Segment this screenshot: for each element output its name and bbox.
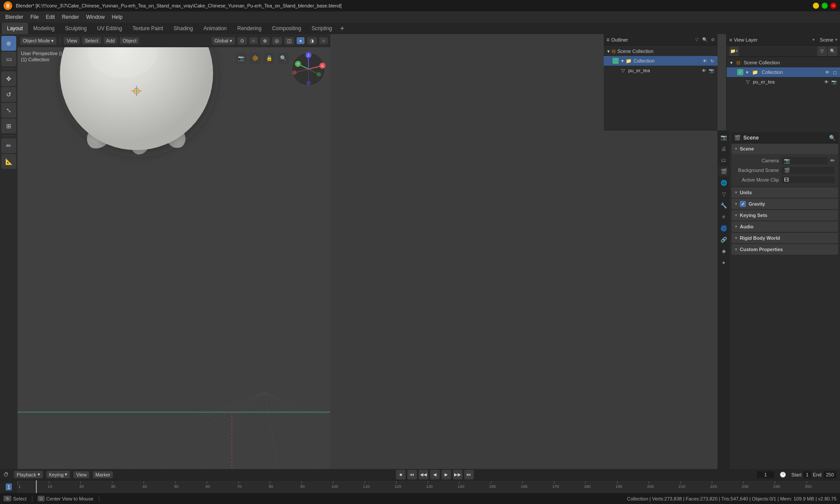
object-visibility-icon[interactable]: 👁	[702, 68, 706, 73]
cursor-tool-button[interactable]: ⊕	[1, 36, 16, 51]
menu-window[interactable]: Window	[83, 13, 108, 21]
world-properties-icon[interactable]: 🌐	[718, 178, 729, 188]
camera-edit-icon[interactable]: ✏	[830, 158, 835, 164]
object-menu-button[interactable]: Object	[120, 37, 139, 44]
collection-item[interactable]: ✓ ▾ 📁 Collection 👁 ◻	[727, 67, 840, 77]
shading-material-button[interactable]: ◑	[307, 37, 317, 45]
physics-properties-icon[interactable]: 🌀	[718, 223, 729, 234]
timeline-track[interactable]: 1 10 20 30 40 50 60 70 80 90	[0, 480, 840, 493]
camera-value[interactable]: 📷	[781, 157, 828, 164]
data-properties-icon[interactable]: ◆	[718, 246, 729, 256]
camera-view-button[interactable]: 📷	[235, 52, 247, 64]
minimize-button[interactable]: ─	[813, 3, 819, 9]
maximize-button[interactable]: □	[822, 3, 828, 9]
outliner-scene-collection[interactable]: ▾ ⊟ Scene Collection	[604, 46, 718, 56]
tab-sculpting[interactable]: Sculpting	[60, 23, 92, 34]
tab-layout[interactable]: Layout	[2, 23, 28, 34]
tab-uv-editing[interactable]: UV Editing	[92, 23, 127, 34]
view-menu-button[interactable]: View	[64, 37, 80, 44]
playhead[interactable]	[36, 480, 37, 493]
tab-modeling[interactable]: Modeling	[28, 23, 60, 34]
obj-eye-icon[interactable]: 👁	[824, 80, 829, 84]
search-view-button[interactable]: 🔍	[277, 52, 289, 64]
outliner-object-item[interactable]: ▽ pu_er_tea 👁 📷	[604, 66, 718, 75]
xray-toggle-button[interactable]: ◫	[284, 37, 294, 45]
playback-dropdown[interactable]: Playback ▾	[14, 471, 43, 478]
outliner-settings-icon[interactable]: ⚙	[711, 37, 715, 42]
select-icon[interactable]: ↻	[710, 59, 714, 63]
scale-tool-button[interactable]: ⤡	[1, 103, 16, 118]
tab-shading[interactable]: Shading	[168, 23, 198, 34]
shading-render-button[interactable]: ○	[319, 37, 328, 44]
background-scene-value[interactable]: 🎬	[781, 167, 835, 174]
marker-dropdown[interactable]: Marker	[93, 471, 113, 478]
scene-collection-item[interactable]: ▾ ⊟ Scene Collection	[727, 58, 840, 67]
keying-dropdown[interactable]: Keying ▾	[46, 471, 70, 478]
output-properties-icon[interactable]: 🖨	[718, 144, 729, 154]
modifier-properties-icon[interactable]: 🔧	[718, 200, 729, 211]
view-layer-dropdown[interactable]: ▾	[812, 37, 815, 42]
material-properties-icon[interactable]: ●	[718, 257, 729, 268]
particles-properties-icon[interactable]: ✳	[718, 212, 729, 222]
rotate-tool-button[interactable]: ↺	[1, 87, 16, 102]
outliner-collection[interactable]: ▾ 📁 Collection 👁 ↻	[604, 56, 718, 66]
constraints-properties-icon[interactable]: 🔗	[718, 234, 729, 245]
add-workspace-button[interactable]: +	[337, 24, 347, 33]
jump-to-start-button[interactable]: ⏮	[407, 470, 417, 480]
rigid-body-world-section-header[interactable]: ▾ Rigid Body World	[732, 233, 838, 243]
tab-rendering[interactable]: Rendering	[232, 23, 266, 34]
object-camera-icon[interactable]: 📷	[709, 68, 714, 73]
add-menu-button[interactable]: Add	[104, 37, 118, 44]
outliner-search-btn[interactable]: 🔍	[828, 46, 837, 56]
timeline-view-dropdown[interactable]: View	[74, 471, 89, 478]
prev-keyframe-button[interactable]: ◀◀	[419, 470, 428, 480]
play-button[interactable]: ▶	[441, 470, 451, 480]
tab-animation[interactable]: Animation	[198, 23, 232, 34]
audio-section-header[interactable]: ▾ Audio	[732, 221, 838, 232]
render-properties-icon[interactable]: 📷	[718, 132, 729, 143]
jump-to-end-button[interactable]: ⏭	[464, 470, 474, 480]
custom-properties-section-header[interactable]: ▾ Custom Properties	[732, 244, 838, 255]
lock-view-button[interactable]: 🔒	[263, 52, 275, 64]
gravity-checkbox[interactable]: ✓	[740, 201, 746, 207]
menu-help[interactable]: Help	[108, 13, 126, 21]
props-search-icon[interactable]: 🔍	[829, 135, 836, 141]
shading-solid-button[interactable]: ●	[297, 37, 305, 44]
outliner-search-icon[interactable]: 🔍	[702, 37, 707, 42]
keying-sets-section-header[interactable]: ▾ Keying Sets	[732, 210, 838, 220]
view-layer-properties-icon[interactable]: 🗂	[718, 155, 729, 165]
navigation-gizmo[interactable]: X Y Z	[291, 52, 326, 87]
menu-render[interactable]: Render	[58, 13, 82, 21]
obj-camera-icon[interactable]: 📷	[831, 80, 836, 84]
object-properties-icon[interactable]: ▽	[718, 189, 729, 200]
end-frame-input[interactable]: 250	[823, 471, 836, 478]
tab-compositing[interactable]: Compositing	[267, 23, 307, 34]
scene-section-header[interactable]: ▾ Scene	[732, 144, 838, 154]
coll-eye-icon[interactable]: 👁	[825, 70, 830, 75]
next-keyframe-button[interactable]: ▶▶	[453, 470, 462, 480]
show-gizmos-button[interactable]: ⊕	[260, 37, 270, 45]
current-frame-display[interactable]: 1	[757, 471, 774, 478]
play-reverse-button[interactable]: ◀	[430, 470, 440, 480]
menu-file[interactable]: File	[27, 13, 42, 21]
start-frame-input[interactable]: 1	[803, 471, 811, 478]
render-view-button[interactable]: 🔆	[249, 52, 261, 64]
coll-visible-check[interactable]: ✓	[737, 69, 743, 75]
snap-button[interactable]: ⊙	[238, 37, 247, 45]
menu-blender[interactable]: Blender	[2, 13, 27, 21]
tab-texture-paint[interactable]: Texture Paint	[127, 23, 168, 34]
global-orientation-dropdown[interactable]: Global ▾	[212, 37, 235, 45]
annotate-tool-button[interactable]: ✏	[1, 138, 16, 153]
select-menu-button[interactable]: Select	[82, 37, 101, 44]
outliner-filter-icon[interactable]: ▽	[695, 37, 699, 42]
gravity-section-header[interactable]: ▾ ✓ Gravity	[732, 199, 838, 209]
object-mode-dropdown[interactable]: Object Mode ▾	[20, 37, 56, 45]
close-button[interactable]: ✕	[830, 3, 836, 9]
scene-dropdown[interactable]: ▾	[835, 37, 837, 42]
viewport-3d[interactable]: User Perspective (Local) (1) Collection	[18, 47, 330, 480]
menu-edit[interactable]: Edit	[42, 13, 59, 21]
collection-checkbox[interactable]	[612, 58, 619, 64]
active-movie-clip-value[interactable]: 🎞	[781, 176, 835, 183]
stop-button[interactable]: ■	[396, 470, 406, 480]
scene-properties-icon[interactable]: 🎬	[718, 166, 729, 177]
